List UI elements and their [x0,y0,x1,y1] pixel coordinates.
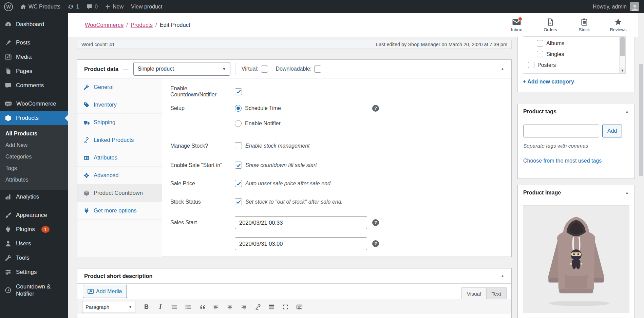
bullet-list-button[interactable] [168,302,181,312]
text-tab[interactable]: Text [487,287,507,299]
sidebar-item-posts[interactable]: Posts [0,36,68,50]
scroll-down-arrow-icon[interactable]: ▼ [620,68,625,73]
breadcrumb-woocommerce-link[interactable]: WooCommerce [85,22,124,28]
sales-start-input[interactable] [235,216,367,229]
sidebar-item-woocommerce[interactable]: Woo WooCommerce [0,97,68,111]
activity-orders[interactable]: Orders [533,18,567,32]
align-left-button[interactable] [210,302,222,312]
site-name-link[interactable]: WC Products [20,4,60,10]
comments-link[interactable]: 0 [87,4,98,10]
collapse-panel-arrow[interactable]: ▲ [625,190,629,195]
align-center-button[interactable] [224,302,236,312]
tab-inventory[interactable]: Inventory [77,96,162,114]
italic-button[interactable]: I [154,302,167,312]
activity-reviews[interactable]: Reviews [601,18,635,32]
updates-link[interactable]: 1 [68,4,79,10]
align-right-button[interactable] [238,302,250,312]
sidebar-item-users[interactable]: Users [0,237,68,251]
tab-general[interactable]: General [77,78,162,96]
tab-product-countdown[interactable]: Product Countdown [77,184,162,202]
tab-shipping[interactable]: Shipping [77,114,162,131]
new-menu[interactable]: New [105,4,124,10]
tab-get-more-options[interactable]: Get more options [77,202,162,220]
albums-checkbox[interactable] [537,40,543,46]
scrollbar-thumb[interactable] [620,37,625,56]
product-image-thumbnail[interactable] [523,205,629,313]
sidebar-item-analytics[interactable]: Analytics [0,190,68,204]
sidebar-item-countdown-notifier[interactable]: Countdown & Notifier [0,279,68,301]
collapse-panel-arrow[interactable]: ▲ [500,67,505,71]
category-posters: Posters [528,62,556,68]
sales-end-help-icon[interactable]: ? [372,240,379,247]
orders-page-icon [546,18,554,26]
sidebar-item-dashboard[interactable]: Dashboard [0,17,68,32]
enable-countdown-checkbox[interactable] [235,88,242,95]
view-product-link[interactable]: View product [131,4,162,10]
stock-status-checkbox[interactable] [235,198,242,205]
svg-text:Woo: Woo [6,102,11,105]
editor-content-area[interactable] [77,314,511,318]
add-new-category-link[interactable]: + Add new category [523,79,574,85]
howdy-text[interactable]: Howdy, admin [593,4,627,10]
clock-icon [5,287,12,294]
sidebar-item-comments[interactable]: Comments [0,78,68,93]
sales-start-help-icon[interactable]: ? [372,219,379,226]
product-countdown-fields: Enable Countdown/Notifier Setup Schedule… [162,78,511,257]
singles-checkbox[interactable] [537,51,543,57]
tab-attributes[interactable]: Attributes [77,149,162,167]
page-scrollbar[interactable] [638,13,644,318]
sales-end-input[interactable] [235,237,367,250]
sidebar-item-pages[interactable]: Pages [0,64,68,78]
setup-help-icon[interactable]: ? [372,105,379,112]
product-type-select[interactable]: Simple product ▼ [133,62,230,76]
submenu-categories[interactable]: Categories [0,151,68,163]
paragraph-select[interactable]: Paragraph ▼ [82,301,135,313]
submenu-add-new[interactable]: Add New [0,139,68,151]
sidebar-item-tools[interactable]: Tools [0,251,68,265]
virtual-group: Virtual: [235,63,268,75]
fullscreen-button[interactable] [279,302,292,312]
sidebar-item-media[interactable]: Media [0,50,68,64]
add-media-button[interactable]: Add Media [83,285,127,298]
activity-stock[interactable]: Stock [567,18,601,32]
field-sales-end: ? [162,237,511,250]
toolbar-toggle-button[interactable] [293,302,306,312]
sidebar-item-appearance[interactable]: Appearance [0,208,68,222]
submenu-attributes[interactable]: Attributes [0,174,68,186]
sidebar-item-settings[interactable]: Settings [0,265,68,279]
collapse-panel-arrow[interactable]: ▲ [500,274,505,278]
tab-linked-products[interactable]: Linked Products [77,131,162,149]
tag-input[interactable] [523,125,599,137]
breadcrumb-products-link[interactable]: Products [131,22,153,28]
media-icon [5,54,12,60]
more-tag-button[interactable] [265,302,278,312]
enable-notifier-radio[interactable] [235,120,242,127]
blockquote-button[interactable] [196,302,208,312]
schedule-time-radio[interactable] [235,105,242,112]
link-icon [83,137,90,143]
bold-button[interactable]: B [140,302,153,312]
virtual-checkbox[interactable] [261,66,268,73]
sidebar-item-products[interactable]: Products [0,111,68,125]
sale-price-checkbox[interactable] [235,180,242,187]
visual-tab[interactable]: Visual [461,287,487,299]
submenu-tags[interactable]: Tags [0,163,68,174]
tab-advanced[interactable]: Advanced [77,167,162,184]
page-scrollbar-thumb[interactable] [639,64,643,176]
sidebar-item-plugins[interactable]: Plugins 1 [0,222,68,237]
posters-checkbox[interactable] [528,62,534,68]
wordpress-logo-menu[interactable]: W [4,2,13,11]
avatar[interactable] [630,2,639,11]
add-tag-button[interactable]: Add [602,125,622,137]
category-scrollbar[interactable]: ▼ [619,37,625,73]
submenu-all-products[interactable]: All Products [0,128,68,139]
downloadable-checkbox[interactable] [314,66,321,73]
collapse-panel-arrow[interactable]: ▲ [625,109,629,114]
numbered-list-button[interactable] [182,302,194,312]
site-name: WC Products [29,4,60,10]
enable-sale-checkbox[interactable] [235,162,242,169]
activity-inbox[interactable]: Inbox [499,18,533,32]
manage-stock-checkbox[interactable] [235,142,242,149]
most-used-tags-link[interactable]: Choose from the most used tags [523,158,602,164]
link-button[interactable] [251,302,264,312]
